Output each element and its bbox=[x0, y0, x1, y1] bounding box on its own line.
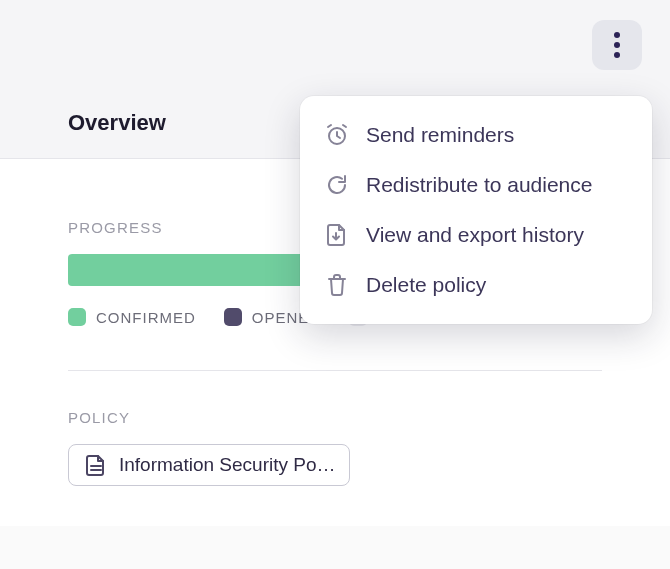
legend-label-confirmed: CONFIRMED bbox=[96, 309, 196, 326]
file-download-icon bbox=[324, 222, 350, 248]
more-actions-button[interactable] bbox=[592, 20, 642, 70]
menu-item-view-export-history[interactable]: View and export history bbox=[310, 210, 642, 260]
menu-item-redistribute[interactable]: Redistribute to audience bbox=[310, 160, 642, 210]
swatch-confirmed bbox=[68, 308, 86, 326]
actions-dropdown: Send reminders Redistribute to audience … bbox=[300, 96, 652, 324]
refresh-icon bbox=[324, 172, 350, 198]
policy-chip[interactable]: Information Security Po… bbox=[68, 444, 350, 486]
alarm-clock-icon bbox=[324, 122, 350, 148]
menu-label: Send reminders bbox=[366, 123, 514, 147]
menu-item-delete-policy[interactable]: Delete policy bbox=[310, 260, 642, 310]
legend-item-confirmed: CONFIRMED bbox=[68, 308, 196, 326]
menu-label: Redistribute to audience bbox=[366, 173, 592, 197]
kebab-icon bbox=[614, 32, 620, 58]
policy-section-label: POLICY bbox=[68, 409, 602, 426]
menu-label: Delete policy bbox=[366, 273, 486, 297]
section-divider bbox=[68, 370, 602, 371]
document-icon bbox=[83, 452, 109, 478]
trash-icon bbox=[324, 272, 350, 298]
tab-overview[interactable]: Overview bbox=[68, 90, 166, 158]
swatch-opened bbox=[224, 308, 242, 326]
policy-chip-label: Information Security Po… bbox=[119, 454, 335, 476]
menu-item-send-reminders[interactable]: Send reminders bbox=[310, 110, 642, 160]
header-bar bbox=[0, 0, 670, 90]
menu-label: View and export history bbox=[366, 223, 584, 247]
